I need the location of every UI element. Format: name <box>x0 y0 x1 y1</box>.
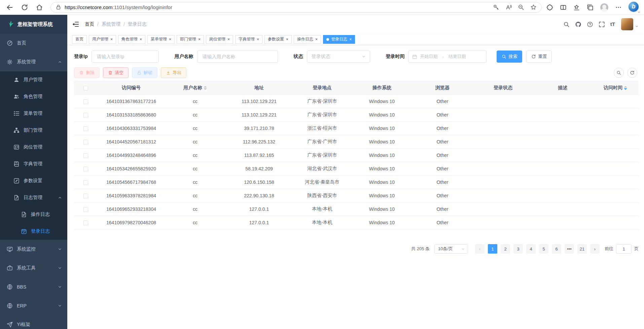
sidebar-item[interactable]: ERP <box>0 296 67 315</box>
column-header[interactable]: 访问编号 <box>98 81 165 95</box>
column-header[interactable]: 登录状态 <box>473 81 533 95</box>
sidebar-item[interactable]: 岗位管理 <box>0 139 67 156</box>
breadcrumb-home[interactable]: 首页 <box>85 21 94 27</box>
close-icon[interactable]: × <box>349 37 352 41</box>
row-checkbox[interactable] <box>83 207 88 212</box>
tag-tab[interactable]: 登录日志 × <box>323 35 355 44</box>
lock-icon[interactable] <box>56 4 61 10</box>
sidebar-item[interactable]: 系统工具 <box>0 259 67 277</box>
page-button[interactable]: 6 <box>552 244 561 254</box>
chevron-down-icon[interactable] <box>635 25 639 28</box>
table-row[interactable]: 1641031367863177216 cc 113.102.129.221 广… <box>74 95 639 108</box>
sidebar-item[interactable]: 系统监控 <box>0 240 67 259</box>
sidebar-item[interactable]: 用户管理 <box>0 71 67 88</box>
search-icon[interactable] <box>563 21 570 28</box>
page-button[interactable]: ••• <box>565 244 574 254</box>
sidebar-item[interactable]: Yi框架 <box>0 315 67 329</box>
breadcrumb-system[interactable]: 系统管理 <box>102 21 120 27</box>
sidebar-item[interactable]: 角色管理 <box>0 88 67 105</box>
sidebar-item[interactable]: 参数设置 <box>0 172 67 189</box>
address-bar[interactable]: https://ccnetcore.com:1101/system/log/lo… <box>50 2 542 13</box>
browser-profile-avatar[interactable] <box>600 3 608 11</box>
column-header[interactable]: 描述 <box>533 81 592 95</box>
export-button[interactable]: 导出 <box>161 67 186 78</box>
close-icon[interactable]: × <box>140 37 142 41</box>
tag-tab[interactable]: 部门管理 × <box>177 35 204 44</box>
close-icon[interactable]: × <box>169 37 171 41</box>
key-icon[interactable] <box>493 4 499 10</box>
home-icon[interactable] <box>36 4 43 11</box>
tag-tab[interactable]: 首页 × <box>72 35 87 44</box>
row-checkbox[interactable] <box>83 167 88 171</box>
bing-sidebar-button[interactable]: b <box>629 2 640 13</box>
user-avatar[interactable] <box>621 18 633 30</box>
clear-button[interactable]: 清空 <box>103 67 129 78</box>
sidebar-item[interactable]: 字典管理 <box>0 156 67 172</box>
close-icon[interactable]: × <box>198 37 201 41</box>
tag-tab[interactable]: 用户管理 × <box>89 35 116 44</box>
help-icon[interactable] <box>587 21 593 28</box>
login-ip-input[interactable] <box>92 51 159 63</box>
tag-tab[interactable]: 操作日志 × <box>294 35 321 44</box>
table-row[interactable]: 1641054566717984768 cc 120.6.150.158 河北省… <box>74 175 639 189</box>
row-checkbox[interactable] <box>83 126 88 131</box>
row-checkbox[interactable] <box>83 140 88 144</box>
refresh-table-button[interactable] <box>627 68 637 78</box>
unlock-button[interactable]: 解锁 <box>132 67 157 78</box>
github-icon[interactable] <box>575 21 581 28</box>
goto-page-input[interactable] <box>616 244 632 254</box>
zoom-out-icon[interactable] <box>518 4 524 10</box>
close-icon[interactable]: × <box>286 37 288 41</box>
collections-icon[interactable] <box>587 4 594 11</box>
collapse-sidebar-icon[interactable] <box>72 21 79 28</box>
page-button[interactable]: › <box>590 244 600 254</box>
page-button[interactable]: 3 <box>513 244 523 254</box>
delete-button[interactable]: 删除 <box>74 67 100 78</box>
tag-tab[interactable]: 岗位管理 × <box>206 35 233 44</box>
status-select[interactable]: 登录状态 <box>307 51 370 63</box>
sidebar-item[interactable]: BBS <box>0 277 67 296</box>
date-range-picker[interactable]: 开始日期 - 结束日期 <box>408 51 487 63</box>
column-header[interactable]: 浏览器 <box>412 81 473 95</box>
show-search-button[interactable] <box>614 68 624 78</box>
extensions-icon[interactable] <box>546 4 553 11</box>
end-date-placeholder[interactable]: 结束日期 <box>449 54 466 60</box>
column-header[interactable]: 访问时间 <box>592 81 639 95</box>
browser-menu-icon[interactable] <box>615 4 622 11</box>
tag-tab[interactable]: 菜单管理 × <box>147 35 175 44</box>
row-checkbox[interactable] <box>83 194 88 198</box>
sidebar-item[interactable]: 首页 <box>0 34 67 53</box>
table-row[interactable]: 1641069798270046208 cc 127.0.0.1 本地-本机 W… <box>74 216 639 229</box>
sort-carets-icon[interactable] <box>624 86 627 90</box>
tag-tab[interactable]: 字典管理 × <box>235 35 262 44</box>
sidebar-item[interactable]: 操作日志 <box>0 206 67 223</box>
user-name-input[interactable] <box>197 51 278 63</box>
table-row[interactable]: 1641044993248464896 cc 113.87.92.165 广东省… <box>74 149 639 162</box>
split-screen-icon[interactable] <box>560 4 567 11</box>
reset-button[interactable]: 重置 <box>526 51 552 63</box>
table-row[interactable]: 1641031533185863680 cc 113.102.129.221 广… <box>74 108 639 122</box>
search-button[interactable]: 搜索 <box>497 51 522 63</box>
table-row[interactable]: 1641059633978281984 cc 222.90.130.18 陕西省… <box>74 189 639 202</box>
close-icon[interactable]: × <box>227 37 230 41</box>
sort-carets-icon[interactable] <box>204 86 207 90</box>
start-date-placeholder[interactable]: 开始日期 <box>420 54 437 60</box>
column-header[interactable]: 操作系统 <box>352 81 412 95</box>
column-header[interactable]: 用户名称 <box>165 81 225 95</box>
close-icon[interactable]: × <box>315 37 318 41</box>
sidebar-item[interactable]: 菜单管理 <box>0 105 67 122</box>
select-all-checkbox[interactable] <box>83 86 88 91</box>
page-button[interactable]: 5 <box>539 244 548 254</box>
tag-tab[interactable]: 参数设置 × <box>264 35 292 44</box>
url-text[interactable]: https://ccnetcore.com:1101/system/log/lo… <box>65 4 493 10</box>
table-row[interactable]: 1641069652933218304 cc 127.0.0.1 本地-本机 W… <box>74 202 639 216</box>
row-checkbox[interactable] <box>83 99 88 104</box>
favorites-bar-icon[interactable] <box>573 4 580 11</box>
table-row[interactable]: 1641044520567181312 cc 112.96.225.132 广东… <box>74 135 639 149</box>
column-header[interactable]: 登录地点 <box>293 81 352 95</box>
sidebar-item[interactable]: 日志管理 <box>0 189 67 206</box>
favorite-add-icon[interactable] <box>530 4 537 10</box>
table-row[interactable]: 1641053426655825920 cc 58.19.42.209 湖北省-… <box>74 162 639 175</box>
refresh-icon[interactable] <box>21 4 28 11</box>
page-button[interactable]: 21 <box>577 244 587 254</box>
